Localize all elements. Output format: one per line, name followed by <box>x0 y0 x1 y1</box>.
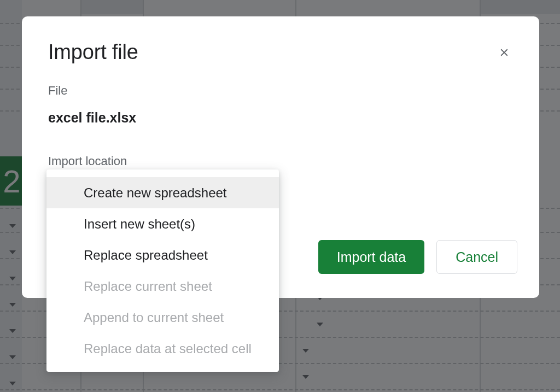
file-label: File <box>48 84 513 98</box>
close-button[interactable] <box>495 44 513 61</box>
close-icon <box>498 46 510 58</box>
menu-item-replace-spreadsheet[interactable]: Replace spreadsheet <box>46 239 279 271</box>
import-data-button[interactable]: Import data <box>318 240 424 274</box>
import-location-label: Import location <box>48 154 513 168</box>
menu-item-replace-data-at-selected-cell: Replace data at selected cell <box>46 333 279 364</box>
import-location-menu: Create new spreadsheet Insert new sheet(… <box>46 169 279 372</box>
menu-item-insert-new-sheets[interactable]: Insert new sheet(s) <box>46 208 279 239</box>
cancel-button[interactable]: Cancel <box>436 240 517 274</box>
menu-item-append-to-current-sheet: Append to current sheet <box>46 302 279 333</box>
menu-item-create-new-spreadsheet[interactable]: Create new spreadsheet <box>46 177 279 208</box>
file-name: excel file.xlsx <box>48 110 513 126</box>
dialog-title: Import file <box>48 40 138 64</box>
menu-item-replace-current-sheet: Replace current sheet <box>46 271 279 302</box>
